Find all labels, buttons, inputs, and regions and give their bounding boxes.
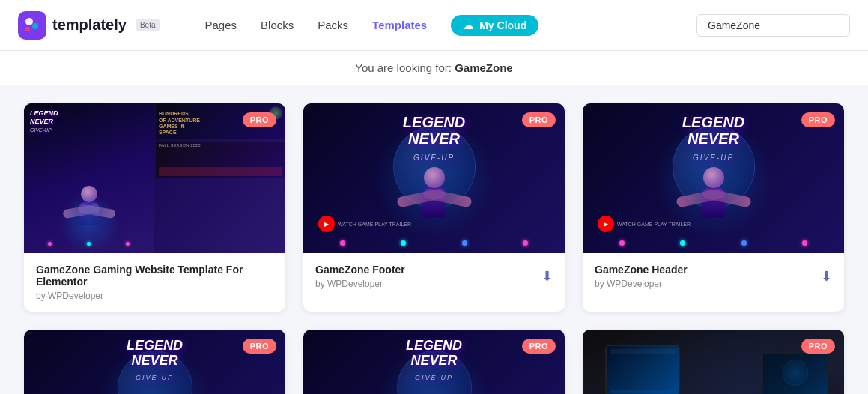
template-card-5[interactable]: LEGENDNEVERGIVE-UP ▶ WATCH GAME PLAY TRA… xyxy=(303,330,565,394)
logo-icon xyxy=(18,11,46,40)
template-card-3[interactable]: LEGENDNEVERGIVE-UP ▶ WATCH GAME PLAY TRA… xyxy=(583,103,844,312)
svg-rect-0 xyxy=(18,11,46,40)
card-info-2: GameZone Footer by WPDeveloper ⬇ xyxy=(303,253,565,300)
card-image-4: LEGENDNEVERGIVE-UP ▶ WATCH GAME PLAY TRA… xyxy=(24,330,285,394)
nav-blocks[interactable]: Blocks xyxy=(261,19,294,31)
card-info-3: GameZone Header by WPDeveloper ⬇ xyxy=(583,253,844,300)
search-query: GameZone xyxy=(455,61,513,74)
card-image-5: LEGENDNEVERGIVE-UP ▶ WATCH GAME PLAY TRA… xyxy=(303,330,565,394)
card-title-1: GameZone Gaming Website Template For Ele… xyxy=(36,264,273,288)
svg-point-1 xyxy=(25,18,33,25)
card-title-3: GameZone Header xyxy=(595,264,688,276)
pro-badge-4: PRO xyxy=(243,339,276,354)
logo-area[interactable]: templately Beta xyxy=(18,11,160,40)
template-grid: LEGENDNEVERGIVE-UP xyxy=(0,85,868,394)
card-title-2: GameZone Footer xyxy=(315,264,405,276)
card-image-6: PRO xyxy=(583,330,844,394)
template-card-2[interactable]: LEGENDNEVERGIVE-UP ▶ WATCH GAME PLAY TRA… xyxy=(303,103,565,312)
main-nav: Pages Blocks Packs Templates ☁ My Cloud xyxy=(205,15,667,36)
pro-badge-3: PRO xyxy=(801,112,835,127)
my-cloud-label: My Cloud xyxy=(479,19,526,31)
card-author-3: by WPDeveloper xyxy=(595,279,688,289)
search-input[interactable] xyxy=(696,14,850,37)
search-prefix: You are looking for: xyxy=(355,61,455,74)
card-author-2: by WPDeveloper xyxy=(315,279,405,289)
nav-templates[interactable]: Templates xyxy=(372,19,427,31)
pro-badge-2: PRO xyxy=(522,112,556,127)
card-info-1: GameZone Gaming Website Template For Ele… xyxy=(24,253,285,312)
logo-text: templately xyxy=(52,16,127,34)
template-card-4[interactable]: LEGENDNEVERGIVE-UP ▶ WATCH GAME PLAY TRA… xyxy=(24,330,285,394)
nav-packs[interactable]: Packs xyxy=(318,19,348,31)
pro-badge-6: PRO xyxy=(801,339,835,354)
search-banner: You are looking for: GameZone xyxy=(0,51,868,85)
my-cloud-button[interactable]: ☁ My Cloud xyxy=(451,15,538,36)
svg-point-3 xyxy=(25,27,30,31)
pro-badge-1: PRO xyxy=(243,112,276,127)
nav-pages[interactable]: Pages xyxy=(205,19,237,31)
svg-point-2 xyxy=(32,23,38,29)
card-image-1: LEGENDNEVERGIVE-UP xyxy=(24,103,285,253)
header: templately Beta Pages Blocks Packs Templ… xyxy=(0,0,868,51)
card-image-3: LEGENDNEVERGIVE-UP ▶ WATCH GAME PLAY TRA… xyxy=(583,103,844,253)
card-author-1: by WPDeveloper xyxy=(36,291,273,301)
pro-badge-5: PRO xyxy=(522,339,556,354)
template-card-6[interactable]: PRO GameZone Feature by WPDeveloper xyxy=(583,330,844,394)
cloud-icon: ☁ xyxy=(463,19,473,31)
download-button-2[interactable]: ⬇ xyxy=(541,268,553,285)
beta-badge: Beta xyxy=(136,19,160,31)
template-card-1[interactable]: LEGENDNEVERGIVE-UP xyxy=(24,103,285,312)
card-image-2: LEGENDNEVERGIVE-UP ▶ WATCH GAME PLAY TRA… xyxy=(303,103,565,253)
download-button-3[interactable]: ⬇ xyxy=(821,268,832,285)
